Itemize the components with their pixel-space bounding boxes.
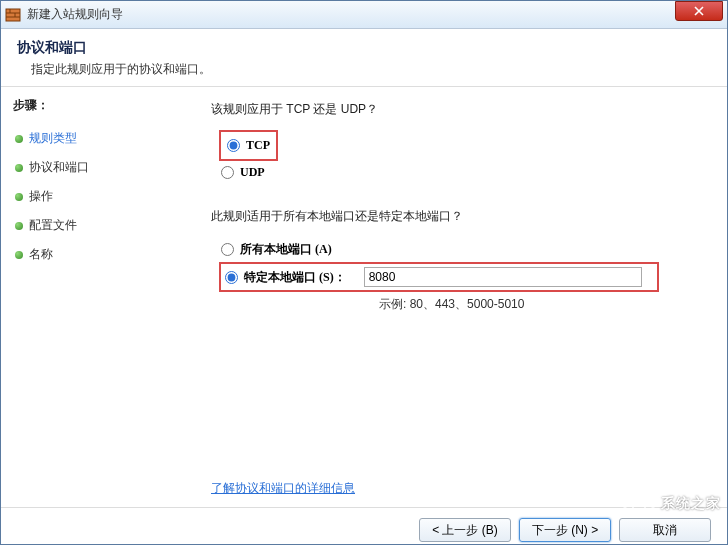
wizard-window: 新建入站规则向导 协议和端口 指定此规则应用于的协议和端口。 步骤： 规则类型 … [0, 0, 728, 545]
highlight-tcp: TCP [219, 130, 278, 161]
next-button[interactable]: 下一步 (N) > [519, 518, 611, 542]
port-radio-group: 所有本地端口 (A) 特定本地端口 (S)： [219, 237, 707, 292]
sidebar-item-label: 操作 [29, 188, 53, 205]
radio-udp-label: UDP [240, 165, 265, 180]
page-subtitle: 指定此规则应用于的协议和端口。 [17, 61, 711, 78]
radio-all-ports-input[interactable] [221, 243, 234, 256]
sidebar-item-protocol-port[interactable]: 协议和端口 [13, 153, 179, 182]
step-bullet-icon [15, 222, 23, 230]
radio-specific-ports-label: 特定本地端口 (S)： [244, 269, 346, 286]
firewall-icon [5, 7, 21, 23]
sidebar-item-name[interactable]: 名称 [13, 240, 179, 269]
step-bullet-icon [15, 251, 23, 259]
body: 步骤： 规则类型 协议和端口 操作 配置文件 名称 该规 [1, 87, 727, 507]
radio-udp-input[interactable] [221, 166, 234, 179]
sidebar-item-rule-type[interactable]: 规则类型 [13, 124, 179, 153]
close-icon [694, 6, 704, 16]
footer: < 上一步 (B) 下一步 (N) > 取消 [1, 507, 727, 545]
step-bullet-icon [15, 135, 23, 143]
sidebar-item-action[interactable]: 操作 [13, 182, 179, 211]
learn-more-link[interactable]: 了解协议和端口的详细信息 [211, 480, 355, 497]
radio-specific-ports[interactable]: 特定本地端口 (S)： [225, 269, 346, 286]
sidebar-item-profile[interactable]: 配置文件 [13, 211, 179, 240]
radio-tcp[interactable]: TCP [225, 134, 272, 157]
close-button[interactable] [675, 1, 723, 21]
sidebar-title: 步骤： [13, 97, 179, 114]
sidebar-item-label: 名称 [29, 246, 53, 263]
page-title: 协议和端口 [17, 39, 711, 57]
radio-all-ports[interactable]: 所有本地端口 (A) [219, 237, 707, 262]
protocol-radio-group: TCP UDP [219, 130, 707, 184]
radio-tcp-label: TCP [246, 138, 270, 153]
sidebar-item-label: 规则类型 [29, 130, 77, 147]
radio-udp[interactable]: UDP [219, 161, 707, 184]
step-bullet-icon [15, 164, 23, 172]
radio-specific-ports-input[interactable] [225, 271, 238, 284]
port-example-text: 示例: 80、443、5000-5010 [379, 296, 707, 313]
sidebar-item-label: 协议和端口 [29, 159, 89, 176]
radio-tcp-input[interactable] [227, 139, 240, 152]
highlight-specific-port: 特定本地端口 (S)： [219, 262, 659, 292]
radio-all-ports-label: 所有本地端口 (A) [240, 241, 332, 258]
svg-rect-0 [6, 9, 20, 21]
sidebar-item-label: 配置文件 [29, 217, 77, 234]
back-button[interactable]: < 上一步 (B) [419, 518, 511, 542]
question-protocol: 该规则应用于 TCP 还是 UDP？ [211, 101, 707, 118]
step-bullet-icon [15, 193, 23, 201]
cancel-button[interactable]: 取消 [619, 518, 711, 542]
content-panel: 该规则应用于 TCP 还是 UDP？ TCP UDP 此规则适用于所有本地端口还… [191, 87, 727, 507]
titlebar[interactable]: 新建入站规则向导 [1, 1, 727, 29]
sidebar: 步骤： 规则类型 协议和端口 操作 配置文件 名称 [1, 87, 191, 507]
port-input[interactable] [364, 267, 642, 287]
titlebar-text: 新建入站规则向导 [27, 6, 675, 23]
question-ports: 此规则适用于所有本地端口还是特定本地端口？ [211, 208, 707, 225]
page-header: 协议和端口 指定此规则应用于的协议和端口。 [1, 29, 727, 86]
